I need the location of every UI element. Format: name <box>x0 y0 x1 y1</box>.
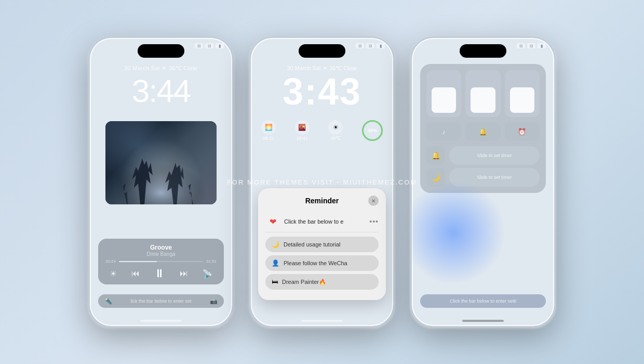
reminder-close-button[interactable]: ✕ <box>368 196 379 206</box>
music-progress: 30:24 31:51 <box>105 259 217 264</box>
flashlight-icon: 🔦 <box>104 297 112 305</box>
album-art-image <box>105 121 217 204</box>
status-icon-1: ⊟ <box>195 43 203 48</box>
status-icon-3-3: ▮ <box>538 43 546 48</box>
widget-temp: ☀ 36℃ <box>328 120 343 141</box>
status-icon-2-2: ⊟ <box>366 43 374 48</box>
weather-widgets: 🌅 06:21 🌇 18:41 ☀ 36℃ 40% <box>261 120 383 141</box>
reminder-popup: Reminder ✕ ❤ Click the bar below to e ••… <box>258 188 386 300</box>
brightness-icon[interactable]: ☀ <box>110 269 117 279</box>
phone3-bottom-bar[interactable]: Click the bar below to enter setti <box>420 294 546 308</box>
sunrise-label: 06:21 <box>263 136 275 141</box>
music-title: Groove <box>105 244 217 251</box>
phone1-bottom-bar[interactable]: 🔦 lick the bar below to enter set 📷 <box>98 294 224 308</box>
camera-icon: 📷 <box>210 297 218 305</box>
phone1-weather: 30 March Sat ☀ 36℃ Clear <box>90 65 232 72</box>
person-icon: 👤 <box>272 259 279 267</box>
phone3-blob <box>412 180 505 284</box>
timer-slide-label-1: Slide to set timer <box>477 153 512 158</box>
timer-bell-button[interactable]: 🔔 <box>426 146 445 165</box>
dynamic-island-1 <box>138 44 184 58</box>
timer-btn-row-1: 🔔 Slide to set timer <box>426 146 540 165</box>
phone3-bottom-text: Click the bar below to enter setti <box>450 298 516 304</box>
progress-fill <box>119 261 157 262</box>
moon-icon: 🌙 <box>272 241 279 248</box>
home-indicator-1 <box>140 320 182 322</box>
progress-end: 31:51 <box>206 259 217 264</box>
reminder-dots[interactable]: ••• <box>369 217 379 226</box>
status-icons-1: ⊟ ⊟ ▮ <box>195 43 224 48</box>
reminder-row-1[interactable]: 🌙 Detailed usage tutorial <box>265 237 379 252</box>
status-icon-2-1: ⊟ <box>356 43 364 48</box>
reminder-item-1-text: Click the bar below to e <box>284 218 365 225</box>
reminder-row-1-text: Detailed usage tutorial <box>284 241 340 248</box>
progress-bar[interactable] <box>119 261 203 262</box>
temp-label: 36℃ <box>330 136 341 141</box>
music-note-icon[interactable]: ♪ <box>426 122 461 141</box>
reminder-row-3[interactable]: 🛏 Dream Painter🔥 <box>265 274 379 290</box>
album-art <box>105 121 217 204</box>
progress-start: 30:24 <box>105 259 116 264</box>
clock-icon-cell[interactable]: ⏰ <box>505 122 540 141</box>
status-icon-3-1: ⊟ <box>517 43 525 48</box>
slider-1[interactable] <box>426 70 461 117</box>
widget-sunset: 🌇 18:41 <box>295 120 310 141</box>
play-pause-button[interactable]: ⏸ <box>154 267 165 280</box>
dynamic-island-3 <box>460 44 506 58</box>
reminder-item-1: ❤ Click the bar below to e ••• <box>265 211 379 232</box>
timer-slide-btn-1[interactable]: Slide to set timer <box>449 146 540 165</box>
phones-container: FOR MORE THEMES VISIT - MIUITHEMEZ.COM ⊟… <box>88 36 556 328</box>
reminder-row-3-text: Dream Painter🔥 <box>282 279 326 285</box>
timer-panel: ♪ 🔔 ⏰ 🔔 Slide to set timer 🌙 <box>420 64 546 193</box>
reminder-row-2[interactable]: 👤 Please follow the WeCha <box>265 255 379 271</box>
slider-thumb-3 <box>510 87 534 113</box>
phone-1: ⊟ ⊟ ▮ 30 March Sat ☀ 36℃ Clear 3:44 <box>88 36 234 328</box>
svg-rect-0 <box>115 146 207 204</box>
bed-icon: 🛏 <box>272 278 278 285</box>
sunset-icon: 🌇 <box>295 120 310 135</box>
status-icon-3: ▮ <box>216 43 224 48</box>
phone-2: ⊟ ⊟ ▮ 30 March Sat ☀ 36℃ Clear 3:43 🌅 06… <box>249 36 395 328</box>
fast-forward-button[interactable]: ⏭ <box>180 269 188 278</box>
music-player: Groove Drew Banga 30:24 31:51 ☀ ⏮ ⏸ ⏭ <box>98 239 224 284</box>
status-icon-2-3: ▮ <box>377 43 385 48</box>
airplay-icon[interactable]: 📡 <box>202 269 212 279</box>
bell-icon-cell[interactable]: 🔔 <box>465 122 500 141</box>
sliders-row <box>426 70 540 117</box>
reminder-row-2-text: Please follow the WeCha <box>284 260 347 266</box>
dynamic-island-2 <box>299 44 345 58</box>
reminder-title: Reminder <box>276 197 368 205</box>
status-icon-2: ⊟ <box>205 43 213 48</box>
status-icons-3: ⊟ ⊟ ▮ <box>517 43 546 48</box>
status-icons-2: ⊟ ⊟ ▮ <box>356 43 385 48</box>
slider-thumb-1 <box>432 87 456 113</box>
music-artist: Drew Banga <box>105 251 217 257</box>
status-icon-3-2: ⊟ <box>527 43 535 48</box>
phone1-bottom-text: lick the bar below to enter set <box>130 298 191 304</box>
music-controls: ☀ ⏮ ⏸ ⏭ 📡 <box>105 267 217 280</box>
phone-3: ⊟ ⊟ ▮ <box>410 36 556 328</box>
home-indicator-2 <box>301 320 343 322</box>
widget-sunrise: 🌅 06:21 <box>261 120 276 141</box>
sunset-label: 18:41 <box>296 136 308 141</box>
phone1-clock: 3:44 <box>90 72 232 109</box>
timer-slide-label-2: Slide to set timer <box>477 175 512 180</box>
heart-icon: ❤ <box>265 214 280 229</box>
widget-battery: 40% <box>362 120 383 141</box>
rewind-button[interactable]: ⏮ <box>131 269 140 278</box>
icons-row: ♪ 🔔 ⏰ <box>426 122 540 141</box>
home-indicator-3 <box>462 320 504 322</box>
reminder-header: Reminder ✕ <box>265 196 379 206</box>
temp-icon: ☀ <box>328 120 343 135</box>
slider-3[interactable] <box>505 70 540 117</box>
sunrise-icon: 🌅 <box>261 120 276 135</box>
slider-thumb-2 <box>471 87 495 113</box>
phone2-clock: 3:43 <box>251 70 393 113</box>
slider-2[interactable] <box>465 70 500 117</box>
